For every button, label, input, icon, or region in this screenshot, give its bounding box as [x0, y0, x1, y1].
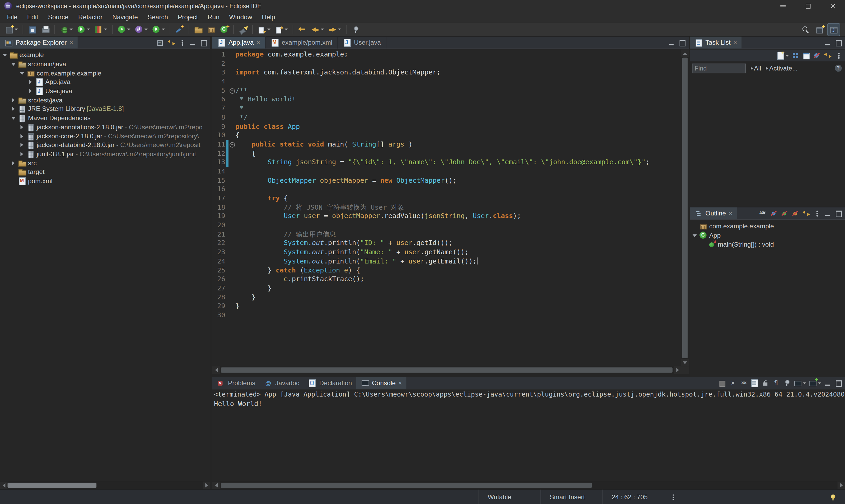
code-line[interactable]: 2: [212, 59, 681, 68]
scrollbar-thumb[interactable]: [221, 367, 672, 373]
line-number[interactable]: 6: [212, 95, 226, 104]
status-cursor-position[interactable]: 24 : 62 : 705: [602, 490, 665, 504]
tree-item-app-java[interactable]: App.java: [0, 78, 210, 87]
word-wrap-button[interactable]: [771, 378, 781, 389]
twisty-icon[interactable]: [19, 132, 24, 141]
display-console-button[interactable]: [792, 378, 807, 389]
editor-tab-example-pom-xml[interactable]: example/pom.xml: [265, 37, 338, 49]
scrollbar-thumb[interactable]: [221, 483, 592, 488]
code-editor[interactable]: 1package com.example.example;23import co…: [212, 50, 689, 374]
twisty-icon[interactable]: [28, 78, 33, 87]
new-package-button[interactable]: [205, 23, 217, 35]
dropdown-arrow-icon[interactable]: [338, 29, 341, 30]
scroll-left-button[interactable]: [212, 482, 220, 489]
line-number[interactable]: 23: [212, 248, 226, 257]
menu-help[interactable]: Help: [257, 12, 280, 23]
open-element-button[interactable]: [174, 23, 186, 35]
maximize-button[interactable]: [198, 37, 209, 48]
tree-item-com-example-example[interactable]: com.example.example: [690, 222, 845, 231]
scroll-down-button[interactable]: [681, 359, 689, 366]
code-line[interactable]: 16: [212, 185, 681, 194]
dropdown-arrow-icon[interactable]: [786, 55, 789, 56]
close-view-icon[interactable]: [733, 39, 737, 47]
scrollbar-track[interactable]: [220, 366, 673, 374]
close-view-icon[interactable]: [69, 39, 73, 47]
open-type-button[interactable]: [237, 23, 249, 35]
twisty-icon[interactable]: [11, 96, 16, 105]
dropdown-arrow-icon[interactable]: [127, 29, 130, 30]
twisty-icon[interactable]: [11, 60, 16, 69]
code-line[interactable]: 26 e.printStackTrace();: [212, 275, 681, 284]
editor-tab-app-java[interactable]: App.java: [212, 37, 265, 49]
tree-item-app[interactable]: App: [690, 231, 845, 240]
menu-window[interactable]: Window: [224, 12, 257, 23]
pin-console-button[interactable]: [781, 378, 792, 389]
code-line[interactable]: 30: [212, 311, 681, 320]
line-number[interactable]: 29: [212, 302, 226, 311]
categorized-button[interactable]: [790, 50, 801, 61]
code-line[interactable]: 18 // 将 JSON 字符串转换为 User 对象: [212, 203, 681, 212]
fold-marker-icon[interactable]: [228, 86, 235, 95]
maximize-window-button[interactable]: [795, 0, 820, 12]
line-number[interactable]: 17: [212, 194, 226, 203]
dropdown-arrow-icon[interactable]: [144, 29, 148, 30]
print-button[interactable]: [39, 23, 51, 35]
twisty-icon[interactable]: [11, 105, 16, 113]
task-list-tab[interactable]: Task List: [690, 37, 741, 49]
tree-item-com-example-example[interactable]: com.example.example: [0, 69, 210, 78]
code-line[interactable]: 15 ObjectMapper objectMapper = new Objec…: [212, 176, 681, 185]
line-number[interactable]: 26: [212, 275, 226, 284]
dropdown-arrow-icon[interactable]: [321, 29, 324, 30]
clear-console-button[interactable]: [749, 378, 760, 389]
scrollbar-thumb[interactable]: [8, 483, 97, 488]
hide-static-button[interactable]: [779, 208, 790, 219]
notifications-bulb-icon[interactable]: [829, 493, 838, 501]
code-line[interactable]: 14: [212, 167, 681, 176]
code-line[interactable]: 20: [212, 221, 681, 230]
task-find-input[interactable]: [692, 64, 746, 73]
minimize-button[interactable]: [822, 378, 833, 389]
status-menu-icon[interactable]: [669, 493, 677, 501]
line-number[interactable]: 14: [212, 167, 226, 176]
tree-item-junit-3-8-1-jar[interactable]: junit-3.8.1.jar - C:\Users\meowr\.m2\rep…: [0, 149, 210, 158]
run-button[interactable]: [75, 23, 92, 35]
new-java-project-button[interactable]: [192, 23, 204, 35]
line-number[interactable]: 1: [212, 50, 226, 59]
hide-non-public-button[interactable]: [790, 208, 801, 219]
remove-all-button[interactable]: [738, 378, 749, 389]
new-task-button[interactable]: [775, 50, 790, 61]
code-line[interactable]: 25 } catch (Exception e) {: [212, 266, 681, 275]
scrollbar-track[interactable]: [8, 482, 203, 489]
link-with-editor-button[interactable]: [166, 37, 177, 48]
close-view-icon[interactable]: [728, 210, 732, 217]
view-menu-button[interactable]: [177, 37, 188, 48]
line-number[interactable]: 15: [212, 176, 226, 185]
collapse-all-button[interactable]: [155, 37, 166, 48]
line-number[interactable]: 30: [212, 311, 226, 320]
code-line[interactable]: 12 {: [212, 149, 681, 158]
code-line[interactable]: 10{: [212, 131, 681, 140]
search-button[interactable]: [800, 23, 812, 35]
dropdown-arrow-icon[interactable]: [69, 29, 73, 30]
last-edit-button[interactable]: [296, 23, 308, 35]
code-line[interactable]: 19 User user = objectMapper.readValue(js…: [212, 212, 681, 221]
twisty-icon[interactable]: [692, 231, 697, 240]
console-tab-javadoc[interactable]: Javadoc: [260, 377, 304, 389]
view-menu-button[interactable]: [812, 208, 823, 219]
hide-completed-button[interactable]: [812, 50, 823, 61]
tree-item-target[interactable]: target: [0, 167, 210, 176]
code-line[interactable]: 23 System.out.println("Name: " + user.ge…: [212, 248, 681, 257]
menu-source[interactable]: Source: [43, 12, 73, 23]
editor-horizontal-scrollbar[interactable]: [212, 366, 681, 374]
close-window-button[interactable]: [820, 0, 845, 12]
tree-item-src-test-java[interactable]: src/test/java: [0, 95, 210, 105]
line-number[interactable]: 8: [212, 113, 226, 122]
hide-fields-button[interactable]: [769, 208, 779, 219]
scroll-right-button[interactable]: [837, 482, 845, 489]
code-line[interactable]: 29}: [212, 302, 681, 311]
tree-item-jackson-core-2-18-0-jar[interactable]: jackson-core-2.18.0.jar - C:\Users\meowr…: [0, 131, 210, 141]
menu-edit[interactable]: Edit: [22, 12, 43, 23]
scroll-left-button[interactable]: [0, 482, 8, 489]
tree-item-src[interactable]: src: [0, 158, 210, 167]
editor-vertical-scrollbar[interactable]: [681, 50, 689, 366]
